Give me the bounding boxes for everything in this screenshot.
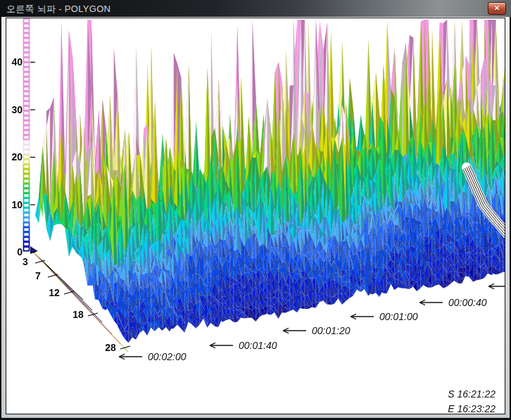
amplitude-axis-label: 40 — [6, 56, 23, 68]
time-tick-label: 00:01:20 — [312, 325, 351, 336]
plot-area: S 16:21:22 E 16:23:22 010203040371218280… — [6, 18, 505, 414]
titlebar[interactable]: 오른쪽 뇌파 - POLYGON ✕ — [0, 0, 511, 18]
left-arrow-icon — [280, 326, 307, 335]
frequency-axis-label: 7 — [26, 270, 50, 281]
close-icon: ✕ — [494, 4, 500, 12]
left-arrow-icon — [348, 312, 374, 321]
left-arrow-icon — [116, 352, 143, 361]
frequency-axis-label: 3 — [13, 256, 37, 267]
session-start-label: S 16:21:22 — [390, 388, 496, 400]
time-tick: 00:01:00 — [348, 311, 418, 322]
time-tick: 00:02:00 — [116, 351, 187, 362]
time-tick: 00:01:20 — [280, 325, 351, 336]
left-arrow-icon — [207, 341, 234, 350]
time-tick: 00:01:40 — [207, 340, 277, 351]
left-arrow-icon — [486, 282, 505, 291]
time-tick: 00:00:40 — [417, 297, 487, 308]
amplitude-axis-label: 10 — [6, 199, 23, 210]
left-arrow-icon — [417, 298, 443, 307]
close-button[interactable]: ✕ — [488, 2, 506, 15]
amplitude-axis-label: 20 — [6, 151, 23, 163]
time-tick-label: 00:01:40 — [239, 340, 277, 351]
time-tick-label: 00:01:00 — [379, 311, 418, 322]
time-tick-label: 00:00:40 — [448, 297, 487, 308]
window-frame: S 16:21:22 E 16:23:22 010203040371218280… — [0, 17, 511, 420]
time-tick-clipped — [486, 282, 505, 291]
window-title: 오른쪽 뇌파 - POLYGON — [6, 3, 111, 15]
axis-labels-layer: S 16:21:22 E 16:23:22 010203040371218280… — [6, 18, 505, 414]
session-end-label: E 16:23:22 — [390, 403, 496, 414]
app-window: 오른쪽 뇌파 - POLYGON ✕ S 16:21:22 E 16:23:22… — [0, 0, 511, 420]
window-frame-inner: S 16:21:22 E 16:23:22 010203040371218280… — [1, 17, 510, 418]
frequency-axis-label: 12 — [42, 287, 66, 298]
frequency-axis-label: 18 — [66, 309, 90, 320]
amplitude-axis-label: 30 — [6, 104, 23, 115]
time-tick-label: 00:02:00 — [148, 351, 187, 362]
